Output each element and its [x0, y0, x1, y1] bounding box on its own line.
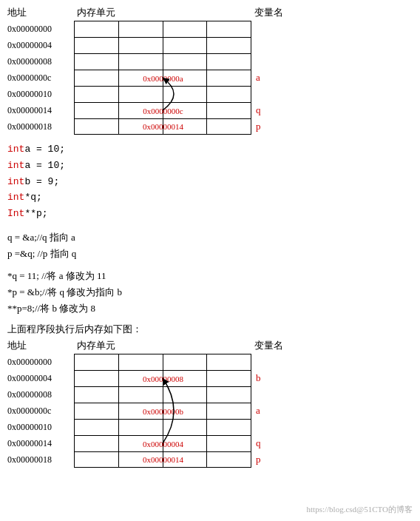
- mem-unit: [119, 403, 163, 419]
- units-container: 0x0000000b: [74, 403, 251, 419]
- table-row: 0x000000140x00000004q: [7, 435, 413, 451]
- comment-lines: q = &a;//q 指向 ap =&q; //p 指向 q *q = 11; …: [7, 229, 413, 317]
- varname-cell: [251, 86, 311, 102]
- mem-unit: [119, 436, 163, 451]
- varname-cell: a: [251, 403, 311, 419]
- mem-unit: [119, 54, 163, 70]
- mem-unit: [163, 436, 208, 451]
- mem-unit: [207, 354, 251, 370]
- mem-unit: [207, 54, 251, 70]
- mem-unit: [75, 354, 119, 370]
- mem-unit: [163, 403, 208, 419]
- mem-unit: [207, 21, 251, 37]
- code-rest: a = 10;: [24, 158, 65, 174]
- comment-section: q = &a;//q 指向 ap =&q; //p 指向 q *q = 11; …: [7, 229, 413, 317]
- units-container: 0x00000008: [74, 370, 251, 386]
- table-row: 0x000000180x00000014p: [7, 118, 413, 135]
- addr-cell: 0x0000000c: [7, 70, 74, 86]
- comment-line: [7, 262, 413, 268]
- table-row: 0x0000000c0x0000000ba: [7, 403, 413, 419]
- comment-line: p =&q; //p 指向 q: [7, 246, 413, 262]
- header-addr-2: 地址: [7, 339, 74, 352]
- mem-unit: [207, 403, 251, 419]
- mem-unit: [163, 452, 208, 467]
- mem-unit: [75, 436, 119, 451]
- mem-unit: [119, 87, 163, 102]
- varname-cell: [251, 53, 311, 70]
- mem-unit: [75, 54, 119, 70]
- mem-unit: [75, 103, 119, 118]
- keyword: int: [7, 158, 24, 174]
- varname-cell: [251, 386, 311, 403]
- varname-cell: q: [251, 435, 311, 451]
- code-rest: b = 9;: [24, 175, 59, 190]
- mem-unit: [119, 70, 163, 86]
- mem-unit: [119, 38, 163, 53]
- units-container: [74, 419, 251, 435]
- comment-line: q = &a;//q 指向 a: [7, 229, 413, 246]
- varname-cell: b: [251, 370, 311, 386]
- addr-cell: 0x00000014: [7, 435, 74, 451]
- units-container: 0x00000004: [74, 435, 251, 451]
- units-container: [74, 354, 251, 370]
- mem-unit: [163, 420, 208, 435]
- code-rest: **p;: [24, 206, 47, 222]
- mem-unit: [207, 119, 251, 134]
- table-row: 0x00000010: [7, 419, 413, 435]
- mem-unit: [119, 354, 163, 370]
- code-lines: int a = 10;int a = 10;int b = 9;int *q;I…: [7, 142, 413, 222]
- mem-unit: [119, 371, 163, 386]
- varname-cell: [251, 354, 311, 370]
- header-units-2: 内存单元: [74, 339, 251, 352]
- mem-unit: [163, 103, 208, 118]
- keyword: Int: [7, 206, 24, 222]
- table2-title: 上面程序段执行后内存如下图：: [7, 323, 413, 336]
- code-line: int b = 9;: [7, 175, 413, 190]
- mem-unit: [119, 452, 163, 467]
- mem-unit: [75, 21, 119, 37]
- addr-cell: 0x00000004: [7, 370, 74, 386]
- units-container: [74, 37, 251, 53]
- units-container: 0x0000000c: [74, 102, 251, 118]
- addr-cell: 0x00000000: [7, 21, 74, 37]
- watermark: https://blog.csd@51CTO的博客: [307, 504, 413, 515]
- table-row: 0x000000140x0000000cq: [7, 102, 413, 118]
- header-units-1: 内存单元: [74, 6, 251, 19]
- table-row: 0x00000008: [7, 53, 413, 70]
- addr-cell: 0x0000000c: [7, 403, 74, 419]
- mem-unit: [75, 119, 119, 134]
- mem-unit: [163, 38, 208, 53]
- table1-header: 地址 内存单元 变量名: [7, 6, 413, 19]
- table-row: 0x0000000c0x0000000aa: [7, 70, 413, 86]
- mem-unit: [163, 21, 208, 37]
- varname-cell: [251, 419, 311, 435]
- units-container: [74, 386, 251, 403]
- mem-unit: [163, 371, 208, 386]
- code-rest: a = 10;: [24, 142, 65, 158]
- mem-unit: [75, 371, 119, 386]
- mem-unit: [119, 387, 163, 403]
- mem-unit: [207, 436, 251, 451]
- comment-line: *q = 11; //将 a 修改为 11: [7, 268, 413, 284]
- mem-unit: [75, 452, 119, 467]
- table2-body: 0x000000000x000000040x00000008b0x0000000…: [7, 354, 413, 468]
- mem-unit: [163, 54, 208, 70]
- mem-unit: [207, 452, 251, 467]
- units-container: 0x0000000a: [74, 70, 251, 86]
- mem-unit: [207, 70, 251, 86]
- header-varname-2: 变量名: [251, 339, 311, 352]
- addr-cell: 0x00000004: [7, 37, 74, 53]
- mem-unit: [75, 38, 119, 53]
- code-line: int a = 10;: [7, 142, 413, 158]
- addr-cell: 0x00000008: [7, 386, 74, 403]
- varname-cell: p: [251, 118, 311, 135]
- mem-unit: [75, 420, 119, 435]
- addr-cell: 0x00000010: [7, 419, 74, 435]
- mem-unit: [207, 387, 251, 403]
- mem-unit: [163, 354, 208, 370]
- varname-cell: [251, 37, 311, 53]
- units-container: [74, 86, 251, 102]
- table-row: 0x00000000: [7, 354, 413, 370]
- keyword: int: [7, 175, 24, 190]
- mem-unit: [75, 70, 119, 86]
